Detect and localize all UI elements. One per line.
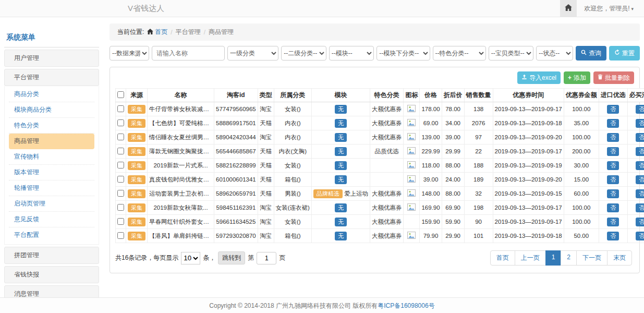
must-buy-toggle[interactable]: 否 bbox=[636, 105, 644, 114]
home-button[interactable] bbox=[560, 0, 577, 17]
cell-sales: 188 bbox=[464, 159, 493, 173]
sidebar-item[interactable]: 启动页管理 bbox=[9, 196, 94, 212]
sidebar-item[interactable]: 模块商品分类 bbox=[9, 102, 94, 118]
must-buy-toggle[interactable]: 否 bbox=[636, 161, 644, 170]
import-select-toggle[interactable]: 否 bbox=[607, 147, 619, 156]
sidebar-group-1[interactable]: 平台管理 bbox=[4, 69, 99, 86]
import-select-toggle[interactable]: 否 bbox=[607, 203, 619, 212]
import-select-toggle[interactable]: 否 bbox=[607, 175, 619, 184]
row-checkbox[interactable] bbox=[117, 204, 124, 211]
breadcrumb-prefix: 当前位置: bbox=[117, 28, 144, 37]
must-buy-toggle[interactable]: 否 bbox=[636, 232, 644, 240]
cell-type: 淘宝 bbox=[258, 229, 274, 243]
cell-sales: 22 bbox=[464, 145, 493, 159]
icp-link[interactable]: 粤ICP备16098006号 bbox=[378, 302, 434, 309]
table-row: 采集2019新款女秋薄款...598451162391淘宝女装(连衣裙)无大额优… bbox=[116, 201, 644, 215]
sidebar-item[interactable]: 特色分类 bbox=[9, 118, 94, 134]
page-2-button[interactable]: 2 bbox=[561, 250, 577, 266]
last-page-button[interactable]: 末页 bbox=[607, 250, 632, 266]
import-select-toggle[interactable]: 否 bbox=[607, 105, 619, 114]
breadcrumb-separator: / bbox=[171, 29, 172, 36]
page-number-input[interactable] bbox=[257, 252, 276, 264]
import-select-toggle[interactable]: 否 bbox=[607, 133, 619, 142]
add-button[interactable]: + 添加 bbox=[564, 71, 590, 84]
jump-button[interactable]: 跳转到 bbox=[218, 251, 245, 264]
cell-import-select: 否 bbox=[599, 229, 627, 243]
import-select-toggle[interactable]: 否 bbox=[607, 161, 619, 170]
page-1-button[interactable]: 1 bbox=[545, 250, 562, 266]
data-source-select[interactable]: --数据来源-- bbox=[110, 46, 149, 61]
prev-page-button[interactable]: 上一页 bbox=[515, 250, 546, 266]
level1-category-select[interactable]: 一级分类 bbox=[227, 46, 278, 61]
sidebar-group-0[interactable]: 用户管理 bbox=[4, 50, 99, 67]
cell-checkbox bbox=[116, 201, 126, 215]
import-excel-button[interactable]: 导入excel bbox=[517, 71, 561, 84]
breadcrumb-home-link[interactable]: 首页 bbox=[147, 28, 167, 37]
row-checkbox[interactable] bbox=[117, 190, 124, 197]
sidebar-item[interactable]: 商品管理 bbox=[9, 134, 94, 149]
row-checkbox[interactable] bbox=[117, 134, 124, 140]
cell-sales: 101 bbox=[464, 229, 493, 243]
sidebar-title: 系统菜单 bbox=[4, 29, 99, 47]
name-search-input[interactable] bbox=[152, 46, 225, 61]
import-select-toggle[interactable]: 否 bbox=[607, 232, 619, 240]
row-checkbox[interactable] bbox=[117, 162, 124, 168]
import-select-toggle[interactable]: 否 bbox=[607, 189, 619, 198]
must-buy-toggle[interactable]: 否 bbox=[636, 175, 644, 184]
row-checkbox[interactable] bbox=[117, 148, 124, 154]
cell-type: 淘宝 bbox=[258, 130, 274, 145]
sidebar-item[interactable]: 商品分类 bbox=[9, 87, 94, 102]
sidebar-item[interactable]: 宣传物料 bbox=[9, 149, 94, 165]
must-buy-toggle[interactable]: 否 bbox=[636, 119, 644, 128]
column-header: 模块 bbox=[311, 89, 370, 102]
footer: Copyright © 2014-2018 广州九驰网络科技有限公司 版权所有粤… bbox=[0, 297, 644, 313]
status-select[interactable]: --状态-- bbox=[536, 46, 573, 61]
select-all-checkbox[interactable] bbox=[117, 91, 124, 98]
must-buy-toggle[interactable]: 否 bbox=[636, 218, 644, 226]
sidebar-item[interactable]: 版本管理 bbox=[9, 165, 94, 180]
must-buy-toggle[interactable]: 否 bbox=[636, 203, 644, 212]
user-menu[interactable]: 欢迎您，管理员!▾ bbox=[577, 0, 644, 17]
item-type-select[interactable]: --宝贝类型-- bbox=[489, 46, 534, 61]
sidebar-item[interactable]: 平台配置 bbox=[9, 227, 94, 243]
level2-category-select[interactable]: --二级分类-- bbox=[281, 46, 326, 61]
cell-source: 采集 bbox=[126, 229, 148, 243]
cell-sales: 32 bbox=[464, 187, 493, 201]
sidebar-submenu: 商品分类模块商品分类特色分类商品管理宣传物料版本管理轮播管理启动页管理意见反馈平… bbox=[4, 86, 99, 245]
reset-button[interactable]: 重置 bbox=[609, 46, 640, 61]
row-checkbox[interactable] bbox=[117, 105, 124, 112]
cell-icon bbox=[404, 201, 420, 215]
column-header: 名称 bbox=[148, 89, 214, 102]
cell-coupon-time: 2019-09-13—2019-09-17 bbox=[493, 102, 564, 116]
module-select[interactable]: --模块-- bbox=[329, 46, 374, 61]
module-subcategory-select[interactable]: --模块下分类-- bbox=[376, 46, 430, 61]
import-select-toggle[interactable]: 否 bbox=[607, 119, 619, 128]
row-checkbox[interactable] bbox=[117, 176, 124, 183]
must-buy-toggle[interactable]: 否 bbox=[636, 147, 644, 156]
feature-category-select[interactable]: --特色分类-- bbox=[433, 46, 486, 61]
cell-coupon-time: 2019-09-13—2019-09-17 bbox=[493, 201, 564, 215]
row-checkbox[interactable] bbox=[117, 218, 124, 225]
cell-category: 内衣() bbox=[274, 130, 311, 145]
import-select-toggle[interactable]: 否 bbox=[607, 218, 619, 226]
sidebar-item[interactable]: 意见反馈 bbox=[9, 212, 94, 227]
batch-delete-button[interactable]: 批量删除 bbox=[593, 71, 634, 84]
next-page-button[interactable]: 下一页 bbox=[576, 250, 607, 266]
row-checkbox[interactable] bbox=[117, 232, 124, 239]
must-buy-toggle[interactable]: 否 bbox=[636, 133, 644, 142]
first-page-button[interactable]: 首页 bbox=[490, 250, 515, 266]
header-checkbox-cell bbox=[116, 89, 126, 102]
cell-coupon-amount: 35.00 bbox=[564, 116, 599, 130]
module-badge: 无 bbox=[335, 203, 347, 212]
filter-bar: --数据来源--一级分类--二级分类----模块----模块下分类----特色分… bbox=[110, 46, 640, 61]
must-buy-toggle[interactable]: 否 bbox=[636, 189, 644, 198]
cell-source: 采集 bbox=[126, 145, 148, 159]
sidebar-group-2[interactable]: 拼团管理 bbox=[4, 247, 99, 264]
sidebar-item[interactable]: 轮播管理 bbox=[9, 180, 94, 196]
cell-source: 采集 bbox=[126, 130, 148, 145]
row-checkbox[interactable] bbox=[117, 119, 124, 126]
search-button[interactable]: 查询 bbox=[576, 46, 606, 61]
sidebar-group-3[interactable]: 省钱快报 bbox=[4, 266, 99, 283]
per-page-select[interactable]: 10 bbox=[181, 252, 200, 264]
cell-source: 采集 bbox=[126, 116, 148, 130]
